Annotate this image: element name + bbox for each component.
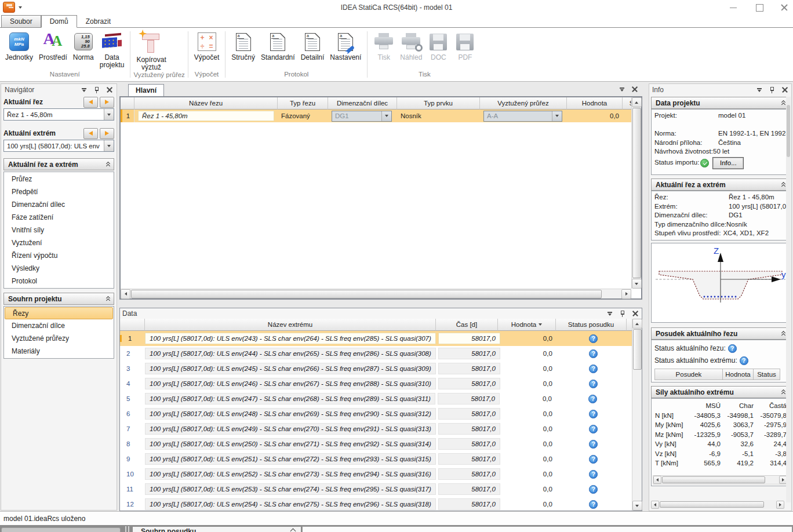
question-status-icon[interactable]: ? <box>589 380 598 388</box>
souhrn-posudku-panel-header[interactable]: Souhrn posudku <box>132 526 301 532</box>
info-horizontal-scrollbar[interactable] <box>651 500 784 509</box>
question-status-icon[interactable]: ? <box>589 485 598 494</box>
extreme-row[interactable]: 8 100 yrs[L] (58017,0d): ULS env(250) - … <box>120 436 642 451</box>
extreme-row[interactable]: 3 100 yrs[L] (58017,0d): ULS env(245) - … <box>120 361 642 376</box>
nav-item[interactable]: Výsledky <box>4 262 114 275</box>
design-member-combobox[interactable]: DG1 <box>332 111 392 122</box>
scroll-up-icon[interactable] <box>632 319 642 329</box>
next-section-button[interactable] <box>100 97 114 108</box>
pin-icon[interactable] <box>767 86 776 94</box>
prostredi-button[interactable]: AA Prostředí <box>36 30 70 61</box>
splitter-handle[interactable] <box>125 526 129 532</box>
collapse-chevron-icon[interactable] <box>290 529 296 532</box>
extreme-row[interactable]: 5 100 yrs[L] (58017,0d): ULS env(247) - … <box>120 391 642 406</box>
header-vyztuzeny-prurez[interactable]: Vyztužený průřez <box>480 97 567 110</box>
reinforced-section-combobox[interactable]: A-A <box>483 111 562 122</box>
nav-item[interactable]: Vyztužené průřezy <box>4 332 114 345</box>
nav-item[interactable]: Vyztužení <box>4 236 114 249</box>
norma-button[interactable]: 1,159025.8 Norma <box>70 30 97 61</box>
header-status-posudku[interactable]: Status posudku <box>556 319 627 331</box>
panel-menu-icon[interactable] <box>605 309 614 318</box>
extreme-name-cell[interactable]: 100 yrs[L] (58017,0d): ULS env(254) - SL… <box>145 498 436 510</box>
extreme-name-cell[interactable]: 100 yrs[L] (58017,0d): ULS env(250) - SL… <box>145 438 436 450</box>
scrollbar-thumb[interactable] <box>633 329 642 370</box>
extreme-name-cell[interactable]: 100 yrs[L] (58017,0d): ULS env(253) - SL… <box>145 483 436 495</box>
vertical-scrollbar[interactable] <box>631 97 641 289</box>
pin-icon[interactable] <box>618 309 627 318</box>
scroll-down-icon[interactable] <box>632 279 642 289</box>
doc-export-button[interactable]: DOC <box>425 30 452 61</box>
extreme-name-cell[interactable]: 100 yrs[L] (58017,0d): ULS env(248) - SL… <box>145 408 436 420</box>
scroll-right-icon[interactable] <box>776 501 784 509</box>
pdf-export-button[interactable]: PDF <box>452 30 478 61</box>
panel-menu-icon[interactable] <box>79 86 88 94</box>
section-combobox[interactable]: Řez 1 - 45,80m <box>3 108 114 121</box>
extreme-name-cell[interactable]: 100 yrs[L] (58017,0d): ULS env(245) - SL… <box>145 363 436 374</box>
header-nazev-rezu[interactable]: Název řezu <box>134 97 278 110</box>
section-header-aktualni[interactable]: Aktuální řez a extrém <box>3 158 114 170</box>
panel-close-icon[interactable] <box>631 309 639 318</box>
tab-domu[interactable]: Domů <box>41 15 77 28</box>
question-status-icon[interactable]: ? <box>589 470 598 479</box>
document-close-icon[interactable] <box>630 85 639 93</box>
question-status-icon[interactable]: ? <box>588 395 597 403</box>
scrollbar-thumb[interactable] <box>632 108 641 278</box>
extreme-combobox[interactable]: 100 yrs[L] (58017,0d): ULS env <box>3 140 114 152</box>
panel-close-icon[interactable] <box>780 86 789 94</box>
kopirovat-vyztuz-button[interactable]: Kopírovat výztuž <box>133 30 169 71</box>
panel-close-icon[interactable] <box>105 86 114 94</box>
nav-item[interactable]: Průřez <box>4 173 114 185</box>
info-button[interactable]: Info... <box>712 157 744 169</box>
scrollbar-thumb[interactable] <box>1 527 121 532</box>
extreme-name-cell[interactable]: 100 yrs[L] (58017,0d): ULS env(246) - SL… <box>145 378 436 389</box>
nastaveni-protokolu-button[interactable]: a Nastavení <box>327 30 364 61</box>
question-status-icon[interactable]: ? <box>589 440 598 449</box>
extreme-name-cell[interactable]: 100 yrs[L] (58017,0d): ULS env(251) - SL… <box>145 453 436 465</box>
tab-soubor[interactable]: Soubor <box>1 15 41 28</box>
info-vertical-scrollbar[interactable] <box>786 97 791 502</box>
nav-item[interactable]: Dimenzační dílce <box>4 319 114 332</box>
header-cas[interactable]: Čas [d] <box>436 319 498 331</box>
question-status-icon[interactable]: ? <box>589 455 598 464</box>
scrollbar-thumb[interactable] <box>131 290 602 298</box>
scroll-right-icon[interactable] <box>621 289 631 299</box>
scroll-left-icon[interactable] <box>653 476 661 484</box>
section-header-data-projektu[interactable]: Data projektu <box>651 97 790 109</box>
tab-hlavni[interactable]: Hlavní <box>128 84 164 96</box>
extreme-row[interactable]: 12 100 yrs[L] (58017,0d): ULS env(254) -… <box>120 497 642 512</box>
collapse-chevron-icon[interactable] <box>782 183 785 187</box>
extreme-name-cell[interactable]: 100 yrs[L] (58017,0d): ULS env(249) - SL… <box>145 423 436 435</box>
vertical-scrollbar[interactable] <box>632 319 642 511</box>
nav-item[interactable]: Fáze zatížení <box>4 211 114 224</box>
question-status-icon[interactable]: ? <box>589 425 598 433</box>
collapse-chevron-icon[interactable] <box>782 331 785 336</box>
scroll-down-icon[interactable] <box>632 501 642 511</box>
chevron-down-icon[interactable] <box>104 140 114 151</box>
tab-zobrazit[interactable]: Zobrazit <box>77 15 119 28</box>
extreme-row[interactable]: 2 100 yrs[L] (58017,0d): ULS env(244) - … <box>120 346 642 361</box>
maximize-button[interactable] <box>755 3 763 12</box>
collapse-chevron-icon[interactable] <box>782 390 785 395</box>
extreme-row[interactable]: 10 100 yrs[L] (58017,0d): ULS env(252) -… <box>120 467 642 482</box>
nav-item[interactable]: Protokol <box>4 275 114 287</box>
extreme-row[interactable]: 6 100 yrs[L] (58017,0d): ULS env(248) - … <box>120 406 642 421</box>
extreme-row[interactable]: 1 100 yrs[L] (58017,0d): ULS env(243) - … <box>120 331 642 346</box>
posudek-column-header[interactable]: Posudek <box>654 369 723 380</box>
document-menu-icon[interactable] <box>617 85 626 93</box>
extreme-row[interactable]: 7 100 yrs[L] (58017,0d): ULS env(249) - … <box>120 421 642 436</box>
question-status-icon[interactable]: ? <box>589 349 598 358</box>
question-status-icon[interactable]: ? <box>589 500 598 509</box>
header-hodnota[interactable]: Hodnota <box>498 319 556 331</box>
section-header-sily[interactable]: Síly aktuálního extrému <box>651 386 790 398</box>
jednotky-button[interactable]: mkNMPa Jednotky <box>2 30 36 61</box>
data-projektu-button[interactable]: Data projektu <box>97 30 128 69</box>
section-header-souhrn[interactable]: Souhrn projektu <box>3 293 114 305</box>
extreme-row[interactable]: 4 100 yrs[L] (58017,0d): ULS env(246) - … <box>120 376 642 391</box>
minimize-button[interactable] <box>729 3 737 12</box>
scrollbar-thumb[interactable] <box>787 105 790 157</box>
sort-icon[interactable] <box>539 323 542 326</box>
extreme-name-cell[interactable]: 100 yrs[L] (58017,0d): ULS env(244) - SL… <box>145 348 436 359</box>
extreme-name-cell[interactable]: 100 yrs[L] (58017,0d): ULS env(243) - SL… <box>145 333 436 344</box>
nav-item[interactable]: Řezy <box>5 307 113 319</box>
extreme-name-cell[interactable]: 100 yrs[L] (58017,0d): ULS env(252) - SL… <box>145 468 436 480</box>
